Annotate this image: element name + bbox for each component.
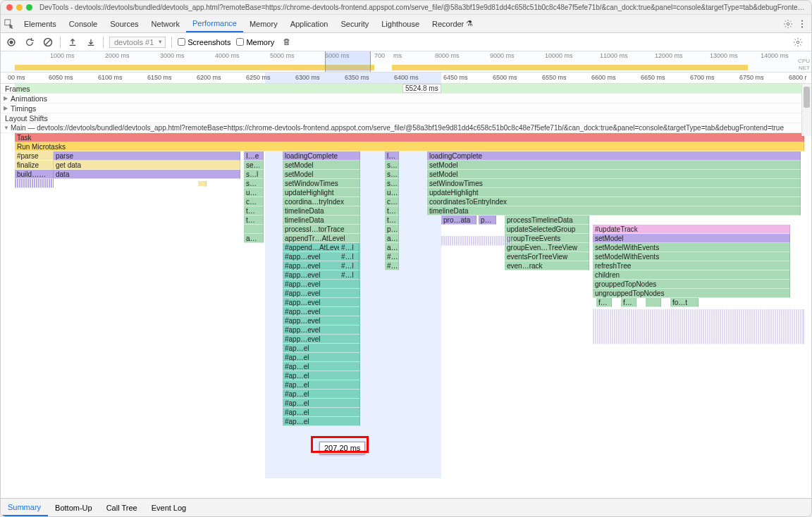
flame-frame[interactable]: coordina…tryIndex xyxy=(283,197,360,206)
flame-frame[interactable]: coordinatesToEntryIndex xyxy=(427,197,801,206)
tab-console[interactable]: Console xyxy=(63,15,104,32)
flame-frame[interactable]: t… xyxy=(385,206,399,216)
flame-frame[interactable]: timelineData xyxy=(427,206,801,216)
flame-frame[interactable]: f…t xyxy=(621,298,636,307)
flame-task[interactable]: Task xyxy=(15,133,804,142)
flame-frame[interactable]: processI…torTrace xyxy=(283,225,360,234)
flame-frame[interactable]: se…l xyxy=(244,161,264,170)
flame-chart-area[interactable]: Frames 5524.8 ms Animations Timings Layo… xyxy=(1,84,811,492)
flame-frame[interactable]: setModel xyxy=(427,161,801,170)
flame-frame[interactable] xyxy=(244,225,264,234)
flame-frame[interactable]: #ap…el xyxy=(283,408,360,417)
flame-frame[interactable]: a… xyxy=(385,234,399,243)
screenshots-checkbox[interactable]: Screenshots xyxy=(178,38,230,46)
flame-frame[interactable]: fo…t xyxy=(670,298,699,307)
flame-frame[interactable]: timelineData xyxy=(283,216,360,225)
record-button[interactable] xyxy=(5,36,18,49)
tab-elements[interactable]: Elements xyxy=(18,15,63,32)
tab-memory[interactable]: Memory xyxy=(243,15,284,32)
tab-summary[interactable]: Summary xyxy=(1,499,48,516)
flame-frame[interactable]: appendTr…AtLevel xyxy=(283,234,360,243)
vertical-scrollbar[interactable] xyxy=(801,84,811,136)
flame-frame[interactable]: updateHighlight xyxy=(283,188,360,197)
flame-frame[interactable]: setModel xyxy=(593,234,790,243)
flame-frame[interactable] xyxy=(646,298,661,307)
flame-frame[interactable]: s… xyxy=(385,170,399,179)
tab-call-tree[interactable]: Call Tree xyxy=(99,499,144,516)
flame-frame[interactable]: #…l xyxy=(339,243,359,252)
flame-frame[interactable]: #… xyxy=(385,252,399,261)
flame-frame[interactable]: loadingComplete xyxy=(427,151,801,161)
flame-frame[interactable]: s… xyxy=(385,179,399,188)
flame-frame[interactable]: grouppedTopNodes xyxy=(593,280,790,289)
flame-frame[interactable]: even…rack xyxy=(505,261,589,270)
flame-microtasks[interactable]: Run Microtasks xyxy=(15,142,804,151)
flame-frame[interactable]: #ap…el xyxy=(283,362,360,371)
timings-lane[interactable]: Timings xyxy=(1,104,811,113)
flame-frame[interactable]: setWindowTimes xyxy=(427,179,801,188)
reload-record-button[interactable] xyxy=(23,36,36,49)
load-profile-button[interactable] xyxy=(66,36,79,49)
capture-settings-icon[interactable] xyxy=(793,37,803,47)
flame-frame[interactable]: #ap…el xyxy=(283,344,360,353)
flame-frame[interactable]: #app…evel xyxy=(283,298,360,307)
flame-frame[interactable]: setModelWithEvents xyxy=(593,252,790,261)
tab-security[interactable]: Security xyxy=(334,15,375,32)
animations-lane[interactable]: Animations xyxy=(1,94,811,104)
flame-frame[interactable]: updateHighlight xyxy=(427,188,801,197)
main-thread-header[interactable]: Main — devtools://devtools/bundled/devto… xyxy=(1,123,811,133)
garbage-collect-button[interactable] xyxy=(280,36,293,49)
tab-sources[interactable]: Sources xyxy=(104,15,144,32)
flame-frame[interactable]: setModel xyxy=(427,170,801,179)
flame-frame[interactable]: u… xyxy=(385,188,399,197)
timeline-overview[interactable]: 1000 ms 2000 ms 3000 ms 4000 ms 5000 ms … xyxy=(1,51,811,73)
flame-frame[interactable]: ungrouppedTopNodes xyxy=(593,289,790,298)
flame-frame[interactable]: updateSelectedGroup xyxy=(505,225,589,234)
flame-frame[interactable]: a… xyxy=(244,234,264,243)
flame-frame[interactable]: #ap…el xyxy=(283,371,360,380)
flame-frame[interactable]: refreshTree xyxy=(593,261,790,270)
flame-frame[interactable]: #ap…el xyxy=(283,353,360,362)
flame-frame[interactable]: f… xyxy=(596,298,612,307)
flame-frame[interactable]: setModel xyxy=(283,170,360,179)
tab-lighthouse[interactable]: Lighthouse xyxy=(375,15,426,32)
flame-frame[interactable]: setModel xyxy=(283,161,360,170)
frames-lane[interactable]: Frames 5524.8 ms xyxy=(1,84,811,94)
clear-button[interactable] xyxy=(42,36,54,49)
tab-event-log[interactable]: Event Log xyxy=(144,499,194,516)
flame-frame[interactable]: loadingComplete xyxy=(283,151,360,161)
flame-frame[interactable]: #app…evel xyxy=(283,280,360,289)
flame-frame[interactable]: setModelWithEvents xyxy=(593,243,790,252)
tab-application[interactable]: Application xyxy=(284,15,335,32)
flame-frame[interactable]: t… xyxy=(385,216,399,225)
flame-frame[interactable]: #…l xyxy=(339,261,359,270)
flame-frame[interactable]: #app…evel xyxy=(283,307,360,316)
flame-frame[interactable]: #…l xyxy=(339,252,359,261)
flame-frame[interactable]: s…l xyxy=(244,170,264,179)
tab-performance[interactable]: Performance xyxy=(186,15,243,32)
tab-recorder[interactable]: Recorder⚗ xyxy=(426,15,479,32)
flame-frame[interactable]: children xyxy=(593,270,790,280)
flame-frame[interactable]: #ap…el xyxy=(283,417,360,426)
flame-frame[interactable]: s… xyxy=(385,161,399,170)
flame-frame[interactable]: #… xyxy=(385,261,399,270)
save-profile-button[interactable] xyxy=(85,36,97,49)
flame-frame[interactable]: t… xyxy=(244,206,264,216)
flame-frame[interactable]: groupEven…TreeView xyxy=(505,243,589,252)
flame-frame[interactable]: u… xyxy=(244,188,264,197)
inspect-element-icon[interactable] xyxy=(1,19,18,29)
settings-icon[interactable] xyxy=(783,19,793,29)
flame-frame[interactable]: #app…evel xyxy=(283,325,360,335)
flame-frame[interactable]: #ap…el xyxy=(283,390,360,399)
flame-frame[interactable]: #ap…el xyxy=(283,399,360,408)
minimize-window-button[interactable] xyxy=(16,4,23,11)
tab-bottom-up[interactable]: Bottom-Up xyxy=(48,499,99,516)
layout-shifts-lane[interactable]: Layout Shifts xyxy=(1,113,811,123)
flame-frame[interactable]: l… xyxy=(385,151,399,161)
flame-frame[interactable]: processTimelineData xyxy=(505,216,589,225)
flame-frame[interactable]: c… xyxy=(244,197,264,206)
flame-frame[interactable]: setWindowTimes xyxy=(283,179,360,188)
zoom-window-button[interactable] xyxy=(26,4,32,11)
flame-frame[interactable]: p… xyxy=(385,225,399,234)
flame-frame[interactable]: groupTreeEvents xyxy=(505,234,589,243)
